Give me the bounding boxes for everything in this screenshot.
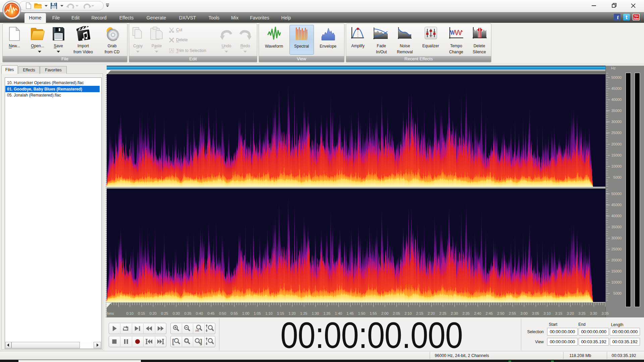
svg-text:t: t [626, 14, 628, 20]
svg-text:You: You [634, 15, 638, 17]
svg-text:[: [ [172, 338, 174, 345]
svg-text:]: ] [200, 338, 202, 345]
svg-text:100: 100 [195, 329, 199, 332]
svg-text:Tube: Tube [633, 17, 639, 20]
